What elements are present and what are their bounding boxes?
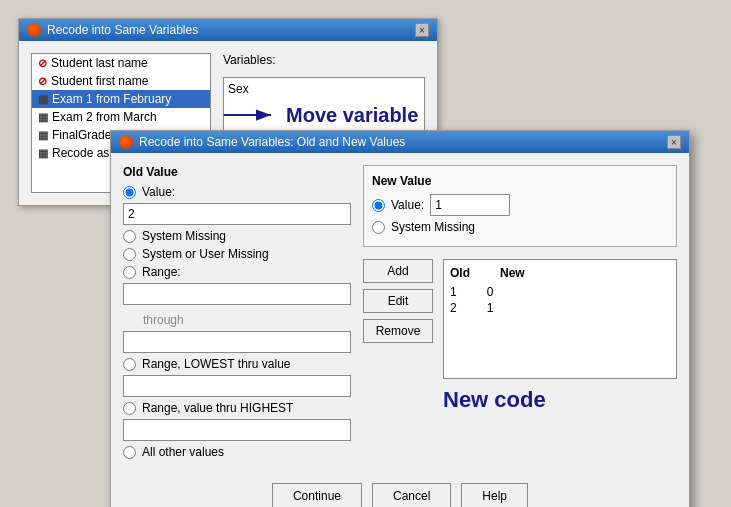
range-lowest-radio-row[interactable]: Range, LOWEST thru value	[123, 357, 351, 371]
value-radio-row[interactable]: Value:	[123, 185, 351, 199]
range-label: Range:	[142, 265, 181, 279]
through-label: through	[123, 313, 351, 327]
edit-button[interactable]: Edit	[363, 289, 433, 313]
fg-title-bar: Recode into Same Variables: Old and New …	[111, 131, 689, 153]
new-value-radio[interactable]	[372, 199, 385, 212]
new-system-missing-label: System Missing	[391, 220, 475, 234]
new-value-section: New Value Value: 1 System Missing	[363, 165, 677, 247]
new-header: New	[500, 266, 525, 280]
new-value-cell: 0	[487, 285, 494, 299]
fg-dialog-title: Recode into Same Variables: Old and New …	[139, 135, 405, 149]
old-new-header: Old New	[450, 266, 670, 280]
spss-icon-fg	[119, 135, 133, 149]
range-lowest-radio[interactable]	[123, 358, 136, 371]
bg-close-button[interactable]: ×	[415, 23, 429, 37]
system-user-missing-label: System or User Missing	[142, 247, 269, 261]
old-value-header: Old Value	[123, 165, 351, 179]
new-value-radio-row[interactable]: Value: 1	[372, 194, 668, 216]
dialog-footer: Continue Cancel Help	[111, 475, 689, 507]
new-value-input[interactable]: 1	[430, 194, 510, 216]
old-value-cell: 2	[450, 301, 457, 315]
continue-button[interactable]: Continue	[272, 483, 362, 507]
new-system-missing-radio-row[interactable]: System Missing	[372, 220, 668, 234]
new-value-label: Value:	[391, 198, 424, 212]
arrow-icon	[220, 100, 280, 130]
range-highest-input[interactable]	[123, 419, 351, 441]
bg-window-title: Recode into Same Variables	[47, 23, 198, 37]
spss-icon	[27, 23, 41, 37]
var-label: Student first name	[51, 74, 148, 88]
value-radio-label: Value:	[142, 185, 175, 199]
new-value-panel: New Value Value: 1 System Missing Add Ed…	[363, 165, 677, 463]
new-value-cell: 1	[487, 301, 494, 315]
right-content: Add Edit Remove Old New 1 0	[363, 259, 677, 413]
old-new-column: Old New 1 0 2 1 New code	[443, 259, 677, 413]
all-other-radio[interactable]	[123, 446, 136, 459]
range-radio[interactable]	[123, 266, 136, 279]
value-input[interactable]: 2	[123, 203, 351, 225]
system-user-missing-radio-row[interactable]: System or User Missing	[123, 247, 351, 261]
cancel-button[interactable]: Cancel	[372, 483, 451, 507]
help-button[interactable]: Help	[461, 483, 528, 507]
list-item[interactable]: ⊘ Student last name	[32, 54, 210, 72]
var-label: Exam 1 from February	[52, 92, 171, 106]
all-other-radio-row[interactable]: All other values	[123, 445, 351, 459]
range-highest-label: Range, value thru HIGHEST	[142, 401, 293, 415]
bg-title-bar: Recode into Same Variables ×	[19, 19, 437, 41]
table-icon: ▦	[38, 129, 48, 142]
range-lowest-label: Range, LOWEST thru value	[142, 357, 291, 371]
new-system-missing-radio[interactable]	[372, 221, 385, 234]
table-icon: ▦	[38, 147, 48, 160]
range-highest-radio[interactable]	[123, 402, 136, 415]
var-label: Student last name	[51, 56, 148, 70]
variables-label: Variables:	[223, 53, 425, 67]
old-header: Old	[450, 266, 470, 280]
table-row: 1 0	[450, 284, 670, 300]
table-row: 2 1	[450, 300, 670, 316]
all-other-label: All other values	[142, 445, 224, 459]
range-lowest-input[interactable]	[123, 375, 351, 397]
table-icon: ▦	[38, 93, 48, 106]
no-entry-icon: ⊘	[38, 75, 47, 88]
range-highest-radio-row[interactable]: Range, value thru HIGHEST	[123, 401, 351, 415]
range-radio-row[interactable]: Range:	[123, 265, 351, 279]
system-missing-radio[interactable]	[123, 230, 136, 243]
remove-button[interactable]: Remove	[363, 319, 433, 343]
arrow-annotation: Move variable	[220, 100, 418, 130]
fg-dialog: Recode into Same Variables: Old and New …	[110, 130, 690, 507]
system-missing-radio-row[interactable]: System Missing	[123, 229, 351, 243]
range-input-1[interactable]	[123, 283, 351, 305]
system-missing-label: System Missing	[142, 229, 226, 243]
old-value-cell: 1	[450, 285, 457, 299]
table-icon: ▦	[38, 111, 48, 124]
value-radio[interactable]	[123, 186, 136, 199]
var-label: FinalGrade	[52, 128, 111, 142]
old-new-table: Old New 1 0 2 1	[443, 259, 677, 379]
fg-close-button[interactable]: ×	[667, 135, 681, 149]
no-entry-icon: ⊘	[38, 57, 47, 70]
system-user-missing-radio[interactable]	[123, 248, 136, 261]
list-item[interactable]: ▦ Exam 2 from March	[32, 108, 210, 126]
add-button[interactable]: Add	[363, 259, 433, 283]
range-input-2[interactable]	[123, 331, 351, 353]
move-variable-annotation: Move variable	[286, 104, 418, 127]
old-value-panel: Old Value Value: 2 System Missing System…	[123, 165, 363, 463]
variables-value: Sex	[228, 82, 249, 96]
action-buttons: Add Edit Remove	[363, 259, 433, 413]
new-value-header: New Value	[372, 174, 668, 188]
var-label: Exam 2 from March	[52, 110, 157, 124]
list-item[interactable]: ⊘ Student first name	[32, 72, 210, 90]
var-label: Recode as	[52, 146, 109, 160]
new-code-annotation: New code	[443, 387, 677, 413]
list-item-selected[interactable]: ▦ Exam 1 from February	[32, 90, 210, 108]
